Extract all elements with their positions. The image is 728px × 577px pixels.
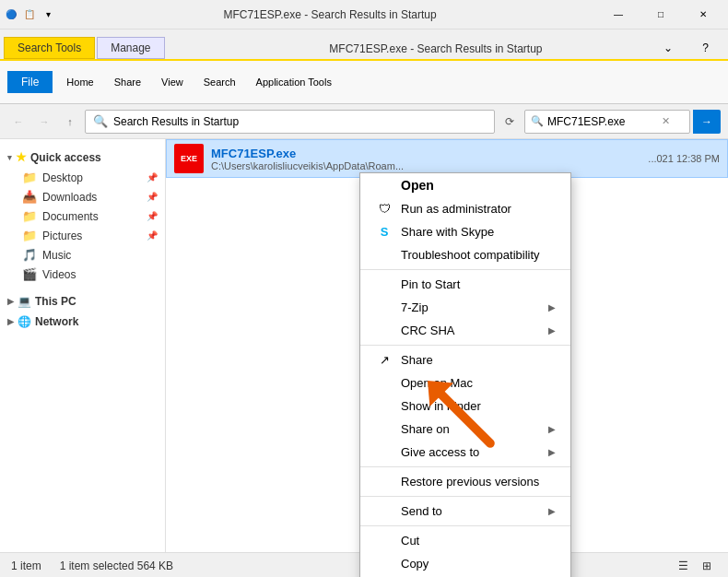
ctx-open-mac-label: Open on Mac bbox=[401, 376, 473, 390]
music-icon: 🎵 bbox=[22, 248, 37, 262]
ctx-share-icon: ↗ bbox=[375, 353, 393, 367]
ctx-sep5 bbox=[360, 525, 570, 526]
network-arrow: ▶ bbox=[7, 317, 14, 326]
search-field[interactable]: 🔍 ✕ bbox=[524, 110, 690, 134]
title-bar-icon1: 🔵 bbox=[4, 7, 18, 22]
ctx-open-mac[interactable]: Open on Mac bbox=[360, 371, 570, 394]
search-input[interactable] bbox=[547, 115, 658, 128]
network-icon: 🌐 bbox=[18, 315, 31, 328]
ctx-open[interactable]: Open bbox=[360, 173, 570, 197]
tab-search-tools[interactable]: Search Tools bbox=[4, 37, 95, 59]
ctx-share-skype[interactable]: S Share with Skype bbox=[360, 220, 570, 243]
file-info: MFC71ESP.exe C:\Users\karolisliucveikis\… bbox=[211, 147, 404, 171]
back-button[interactable]: ← bbox=[7, 111, 29, 133]
quick-access-label: Quick access bbox=[30, 151, 101, 164]
main-area: ▾ ★ Quick access 📁 Desktop 📌 📥 Downloads… bbox=[0, 139, 728, 552]
sidebar-quick-access[interactable]: ▾ ★ Quick access bbox=[0, 147, 165, 168]
file-date: ...021 12:38 PM bbox=[648, 153, 720, 164]
desktop-pin-icon: 📌 bbox=[147, 172, 158, 183]
tab-file[interactable]: File bbox=[7, 71, 53, 93]
ctx-crc-label: CRC SHA bbox=[401, 324, 455, 337]
ctx-7zip-label: 7-Zip bbox=[401, 300, 429, 314]
sidebar-item-videos[interactable]: 🎬 Videos bbox=[0, 265, 165, 284]
close-button[interactable]: ✕ bbox=[682, 0, 724, 29]
address-bar: ← → ↑ 🔍 Search Results in Startup ⟳ 🔍 ✕ … bbox=[0, 104, 728, 139]
search-icon: 🔍 bbox=[531, 115, 544, 127]
ctx-share-label: Share bbox=[401, 353, 433, 367]
ctx-troubleshoot[interactable]: Troubleshoot compatibility bbox=[360, 243, 570, 266]
minimize-button[interactable]: — bbox=[597, 0, 640, 29]
view-details-button[interactable]: ☰ bbox=[673, 556, 693, 576]
ctx-share-on-arrow: ▶ bbox=[548, 424, 556, 434]
ribbon-content: File Home Share View Search Application … bbox=[0, 59, 728, 103]
context-menu: Open 🛡 Run as administrator S Share with… bbox=[359, 172, 571, 577]
documents-label: Documents bbox=[42, 210, 99, 223]
ctx-crc-sha[interactable]: CRC SHA ▶ bbox=[360, 319, 570, 342]
sidebar-this-pc[interactable]: ▶ 💻 This PC bbox=[0, 291, 165, 312]
ctx-pin-start[interactable]: Pin to Start bbox=[360, 273, 570, 296]
tab-share[interactable]: Share bbox=[106, 72, 149, 92]
sidebar-item-documents[interactable]: 📁 Documents 📌 bbox=[0, 206, 165, 226]
address-path: Search Results in Startup bbox=[113, 115, 239, 128]
maximize-button[interactable]: □ bbox=[640, 0, 682, 29]
item-count: 1 item bbox=[11, 559, 41, 572]
window-title: MFC71ESP.exe - Search Results in Startup bbox=[63, 8, 597, 21]
sidebar-item-music[interactable]: 🎵 Music bbox=[0, 245, 165, 265]
view-tiles-button[interactable]: ⊞ bbox=[697, 556, 717, 576]
network-label: Network bbox=[35, 315, 78, 328]
search-clear-icon[interactable]: ✕ bbox=[662, 115, 670, 127]
tab-search[interactable]: Search bbox=[195, 72, 244, 92]
tab-chevron[interactable]: ⌄ bbox=[650, 37, 687, 59]
ctx-pin-label: Pin to Start bbox=[401, 277, 460, 291]
ctx-run-admin[interactable]: 🛡 Run as administrator bbox=[360, 197, 570, 220]
window-controls: — □ ✕ bbox=[597, 0, 724, 29]
tab-help[interactable]: ? bbox=[688, 37, 722, 59]
address-field[interactable]: 🔍 Search Results in Startup bbox=[85, 110, 495, 134]
tab-home[interactable]: Home bbox=[58, 72, 101, 92]
tab-application-tools[interactable]: Application Tools bbox=[248, 72, 340, 92]
up-button[interactable]: ↑ bbox=[59, 111, 81, 133]
title-bar-chevron[interactable]: ▾ bbox=[41, 7, 55, 22]
ctx-give-access[interactable]: Give access to ▶ bbox=[360, 441, 570, 464]
sidebar: ▾ ★ Quick access 📁 Desktop 📌 📥 Downloads… bbox=[0, 139, 166, 552]
videos-label: Videos bbox=[42, 268, 76, 281]
ctx-share-on[interactable]: Share on ▶ bbox=[360, 418, 570, 441]
file-exe-icon: EXE bbox=[174, 144, 204, 173]
sidebar-network[interactable]: ▶ 🌐 Network bbox=[0, 312, 165, 332]
ribbon-title-area: MFC71ESP.exe - Search Results in Startup bbox=[222, 42, 651, 59]
ribbon-tabs: Search Tools Manage MFC71ESP.exe - Searc… bbox=[0, 29, 728, 59]
videos-icon: 🎬 bbox=[22, 267, 37, 281]
refresh-button[interactable]: ⟳ bbox=[499, 111, 521, 133]
ctx-copy[interactable]: Copy bbox=[360, 552, 570, 575]
ctx-restore-prev[interactable]: Restore previous versions bbox=[360, 470, 570, 493]
ctx-sep4 bbox=[360, 496, 570, 497]
pictures-icon: 📁 bbox=[22, 229, 37, 242]
music-label: Music bbox=[42, 249, 71, 262]
ctx-give-access-label: Give access to bbox=[401, 445, 479, 459]
ctx-troubleshoot-label: Troubleshoot compatibility bbox=[401, 248, 540, 262]
sidebar-item-pictures[interactable]: 📁 Pictures 📌 bbox=[0, 226, 165, 245]
ctx-7zip[interactable]: 7-Zip ▶ bbox=[360, 296, 570, 319]
status-right: ☰ ⊞ bbox=[673, 556, 717, 576]
search-go-button[interactable]: → bbox=[693, 110, 721, 134]
sidebar-item-desktop[interactable]: 📁 Desktop 📌 bbox=[0, 168, 165, 187]
desktop-icon: 📁 bbox=[22, 171, 37, 184]
tab-manage[interactable]: Manage bbox=[97, 37, 164, 59]
sidebar-item-downloads[interactable]: 📥 Downloads 📌 bbox=[0, 187, 165, 206]
downloads-icon: 📥 bbox=[22, 190, 37, 204]
downloads-pin-icon: 📌 bbox=[147, 192, 158, 202]
ctx-send-label: Send to bbox=[401, 504, 442, 518]
tab-view[interactable]: View bbox=[153, 72, 192, 92]
ctx-sep3 bbox=[360, 466, 570, 467]
ctx-share[interactable]: ↗ Share bbox=[360, 348, 570, 371]
ctx-cut[interactable]: Cut bbox=[360, 529, 570, 552]
ctx-share-skype-label: Share with Skype bbox=[401, 225, 494, 239]
documents-icon: 📁 bbox=[22, 209, 37, 223]
thispc-label: This PC bbox=[35, 295, 76, 308]
forward-button[interactable]: → bbox=[33, 111, 55, 133]
ctx-sep1 bbox=[360, 269, 570, 270]
ctx-show-finder[interactable]: Show in Finder bbox=[360, 394, 570, 418]
quick-access-star-icon: ★ bbox=[16, 150, 27, 164]
ribbon-title: MFC71ESP.exe - Search Results in Startup bbox=[329, 42, 542, 55]
ctx-send-to[interactable]: Send to ▶ bbox=[360, 500, 570, 523]
